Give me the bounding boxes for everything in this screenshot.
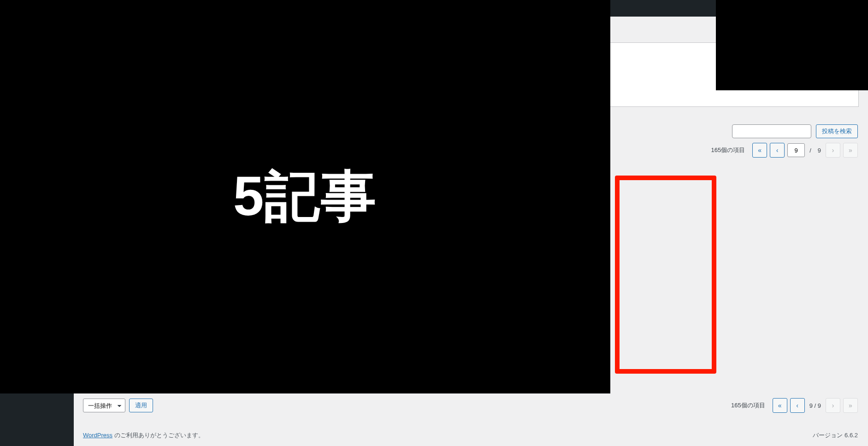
bulk-action-select[interactable]: 一括操作 xyxy=(83,399,125,412)
bulk-apply-button[interactable]: 適用 xyxy=(129,399,153,412)
pagination-count-top: 165個の項目 xyxy=(711,146,745,154)
page-separator: / xyxy=(808,147,813,154)
search-row: 投稿を検索 xyxy=(732,124,858,138)
overlay-title: 5記事 xyxy=(233,159,378,235)
presentation-overlay: 5記事 xyxy=(0,0,610,393)
total-pages: 9 xyxy=(816,147,823,154)
pagination-bottom: 165個の項目 « ‹ 9 / 9 › » xyxy=(731,398,858,413)
footer-version: バージョン 6.6.2 xyxy=(813,431,858,440)
footer-thanks-text: のご利用ありがとうございます。 xyxy=(112,432,204,439)
next-page-button-bottom[interactable]: › xyxy=(826,398,840,413)
bulk-actions: 一括操作 適用 xyxy=(83,399,153,412)
search-input[interactable] xyxy=(732,124,811,138)
footer-left: WordPress のご利用ありがとうございます。 xyxy=(83,431,204,440)
prev-page-button[interactable]: ‹ xyxy=(770,143,785,158)
search-button[interactable]: 投稿を検索 xyxy=(816,124,858,138)
secondary-overlay xyxy=(716,0,868,90)
pagination-top: 165個の項目 « ‹ / 9 › » xyxy=(711,143,858,158)
wordpress-link[interactable]: WordPress xyxy=(83,432,112,439)
current-page-input[interactable] xyxy=(787,143,805,157)
first-page-button-bottom[interactable]: « xyxy=(773,398,787,413)
annotation-highlight-box xyxy=(615,176,716,374)
prev-page-button-bottom[interactable]: ‹ xyxy=(790,398,805,413)
next-page-button[interactable]: › xyxy=(826,143,840,158)
last-page-button[interactable]: » xyxy=(843,143,858,158)
wp-footer: WordPress のご利用ありがとうございます。 バージョン 6.6.2 xyxy=(83,425,858,446)
page-display-bottom: 9 / 9 xyxy=(808,402,823,409)
first-page-button[interactable]: « xyxy=(752,143,767,158)
tablenav-bottom: 一括操作 適用 165個の項目 « ‹ 9 / 9 › » xyxy=(83,396,858,415)
pagination-count-bottom: 165個の項目 xyxy=(731,401,765,410)
last-page-button-bottom[interactable]: » xyxy=(843,398,858,413)
